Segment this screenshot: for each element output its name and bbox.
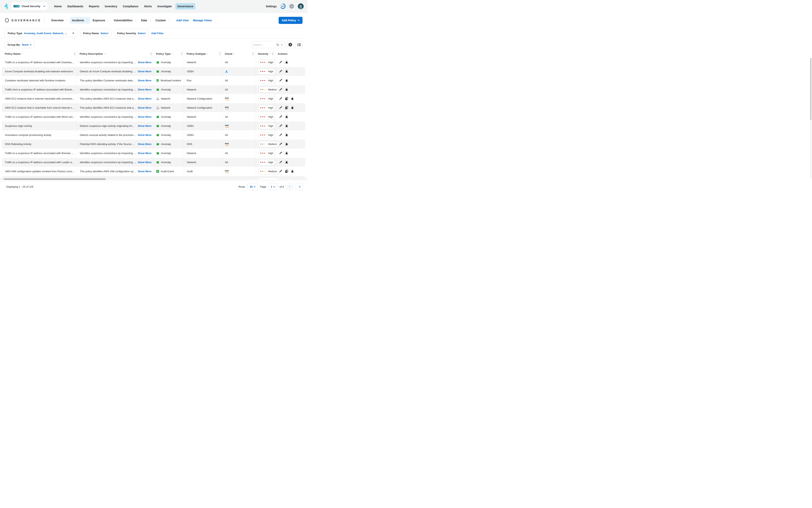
show-more-link[interactable]: Show More <box>138 142 151 145</box>
table-row[interactable]: Traffic to a suspicious IP address assoc… <box>2 112 305 121</box>
show-more-link[interactable]: Show More <box>138 61 151 64</box>
show-more-link[interactable]: Show More <box>138 115 151 118</box>
policy-name[interactable]: AWS EC2 instance that is reachable from … <box>5 103 75 112</box>
tab-menu-kebab-icon[interactable]: ⋮ <box>107 19 110 21</box>
edit-icon[interactable] <box>279 70 282 73</box>
table-row[interactable]: Suspicious login activityDetects suspici… <box>2 122 305 130</box>
filter-value[interactable]: Select <box>138 32 145 35</box>
search-icon[interactable] <box>276 43 279 46</box>
edit-icon[interactable] <box>279 161 282 164</box>
edit-icon[interactable] <box>279 124 282 128</box>
sort-icon[interactable]: ↓↑ <box>269 52 271 55</box>
show-more-link[interactable]: Show More <box>138 106 151 109</box>
edit-icon[interactable] <box>279 170 282 173</box>
tab-overview[interactable]: Overview⋮ <box>49 17 70 24</box>
alarm-icon[interactable] <box>285 88 288 91</box>
edit-icon[interactable] <box>279 97 282 100</box>
add-policy-button[interactable]: Add Policy <box>279 17 303 24</box>
policy-name[interactable]: DNS Rebinding Activity <box>5 140 31 149</box>
nav-item-governance[interactable]: Governance <box>175 3 195 9</box>
tab-vulnerabilities[interactable]: Vulnerabilities⋮ <box>111 17 139 24</box>
table-row[interactable]: DNS Rebinding ActivityPotential DNS rebi… <box>2 140 305 149</box>
tab-menu-kebab-icon[interactable]: ⋮ <box>149 19 152 21</box>
group-by-dropdown[interactable]: Group By: None <box>5 41 34 48</box>
show-more-link[interactable]: Show More <box>138 124 151 127</box>
column-header-cloud[interactable]: Cloud↓↑ <box>222 50 255 58</box>
search-input[interactable] <box>253 43 275 46</box>
sort-icon[interactable]: ↓↑ <box>104 52 105 55</box>
table-row[interactable]: AWS EC2 instance that is reachable from … <box>2 103 305 112</box>
tab-menu-kebab-icon[interactable]: ⋮ <box>86 19 89 21</box>
table-row[interactable]: Traffic to a suspicious IP address assoc… <box>2 158 305 167</box>
show-more-link[interactable]: Show More <box>138 170 151 173</box>
policy-name[interactable]: AWS IAM configuration updates invoked fr… <box>5 167 75 176</box>
policy-name[interactable]: Container workloads detected with Runtim… <box>5 76 65 85</box>
rows-per-page-select[interactable]: 25 <box>247 183 258 190</box>
policy-name[interactable]: Traffic to a suspicious IP address assoc… <box>5 149 75 158</box>
edit-icon[interactable] <box>279 60 282 64</box>
column-header-policy-name[interactable]: Policy Name↓↑ <box>2 50 77 58</box>
ai-copilot-icon[interactable]: AI <box>289 4 294 9</box>
policy-name[interactable]: Suspicious login activity <box>5 122 32 130</box>
alarm-icon[interactable] <box>291 170 294 173</box>
add-view-link[interactable]: Add View <box>176 19 189 22</box>
policy-name[interactable]: Traffic to a suspicious IP address assoc… <box>5 58 75 67</box>
user-avatar[interactable] <box>298 3 304 9</box>
show-more-link[interactable]: Show More <box>138 97 151 100</box>
edit-icon[interactable] <box>279 88 282 91</box>
sort-icon[interactable]: ↓↑ <box>172 52 173 55</box>
show-more-link[interactable]: Show More <box>138 79 151 82</box>
column-header-policy-description[interactable]: Policy Description↓↑ <box>77 50 153 58</box>
tab-exposure[interactable]: Exposure⋮ <box>90 17 111 24</box>
edit-icon[interactable] <box>279 106 282 110</box>
tab-menu-kebab-icon[interactable]: ⋮ <box>65 19 69 21</box>
policy-name[interactable]: AWS EC2 instance that is internet reacha… <box>5 94 75 103</box>
page-select[interactable]: 1 <box>269 183 277 190</box>
table-row[interactable]: AWS EC2 instance that is internet reacha… <box>2 94 305 103</box>
table-row[interactable]: Azure Compute workload disabling anti-ma… <box>2 67 305 76</box>
policy-name[interactable]: Azure Compute workload disabling anti-ma… <box>5 67 73 76</box>
nav-item-compliance[interactable]: Compliance <box>121 3 140 9</box>
column-header-severity[interactable]: Severity↓↑ <box>255 50 275 58</box>
sort-icon[interactable]: ↓↑ <box>233 52 235 55</box>
column-header-policy-subtype[interactable]: Policy Subtype↓↑ <box>184 50 222 58</box>
previous-page-button[interactable] <box>286 183 294 190</box>
tab-custom[interactable]: Custom⋮ <box>153 17 172 24</box>
product-switcher[interactable]: Cloud Security <box>11 2 47 10</box>
filter-policy-type[interactable]: Policy Type Anomaly, Audit Event, Networ… <box>5 30 78 37</box>
policy-name[interactable]: Traffic to a suspicious IP address assoc… <box>5 112 75 121</box>
column-drag-handle-icon[interactable] <box>219 52 221 55</box>
tab-menu-kebab-icon[interactable]: ⋮ <box>134 19 137 21</box>
column-drag-handle-icon[interactable] <box>74 52 76 55</box>
nav-item-home[interactable]: Home <box>52 3 64 9</box>
alarm-icon[interactable] <box>291 106 294 110</box>
table-row[interactable]: Traffic to a suspicious IP address assoc… <box>2 149 305 158</box>
column-header-policy-type[interactable]: Policy Type↓↑ <box>153 50 184 58</box>
column-drag-handle-icon[interactable] <box>150 52 152 55</box>
alarm-icon[interactable] <box>285 70 288 73</box>
edit-icon[interactable] <box>279 79 282 82</box>
table-row[interactable]: Container workloads detected with Runtim… <box>2 76 305 85</box>
clear-search-icon[interactable] <box>281 43 283 46</box>
alarm-icon[interactable] <box>285 115 288 119</box>
edit-icon[interactable] <box>279 133 282 137</box>
clone-icon[interactable] <box>285 170 288 173</box>
show-more-link[interactable]: Show More <box>138 88 151 91</box>
settings-link[interactable]: Settings <box>266 5 277 8</box>
clone-icon[interactable] <box>285 106 288 110</box>
tab-menu-kebab-icon[interactable]: ⋮ <box>168 19 171 21</box>
edit-icon[interactable] <box>279 152 282 155</box>
edit-icon[interactable] <box>279 142 282 146</box>
nav-item-reports[interactable]: Reports <box>87 3 101 9</box>
sort-icon[interactable]: ↓↑ <box>207 52 208 55</box>
policy-name[interactable]: Traffic from a suspicious IP address ass… <box>5 85 75 94</box>
add-filter-link[interactable]: Add Filter <box>151 32 164 35</box>
column-drag-handle-icon[interactable] <box>252 52 254 55</box>
nav-item-dashboards[interactable]: Dashboards <box>65 3 85 9</box>
alarm-icon[interactable] <box>285 79 288 82</box>
horizontal-scrollbar-thumb[interactable] <box>4 178 106 180</box>
column-drag-handle-icon[interactable] <box>272 52 273 55</box>
filter-value[interactable]: Select <box>100 32 108 35</box>
show-more-link[interactable]: Show More <box>138 161 151 164</box>
filter-policy-severity[interactable]: Policy Severity Select <box>114 30 148 37</box>
